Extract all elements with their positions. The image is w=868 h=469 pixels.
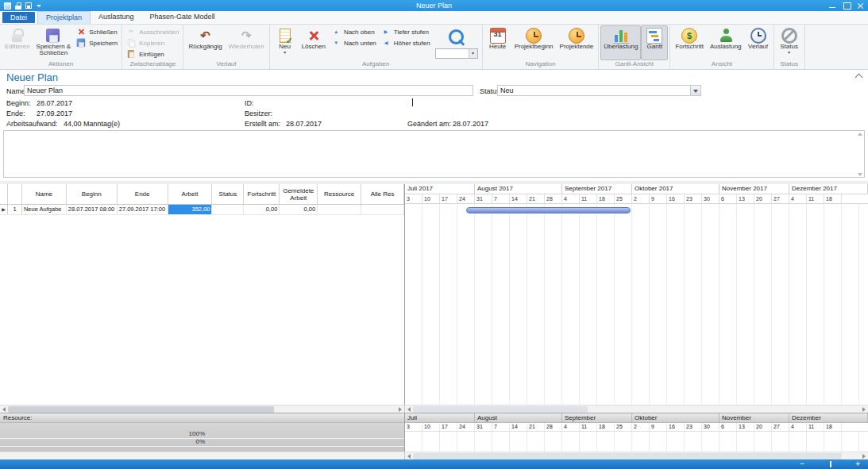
column-header-ressource[interactable]: Ressource bbox=[318, 184, 361, 204]
minimize-button[interactable] bbox=[825, 0, 839, 11]
gantt-week-label: 20 bbox=[754, 194, 772, 203]
save-icon[interactable] bbox=[25, 2, 32, 9]
gantt-month-dezember-2017: Dezember 2017 bbox=[789, 184, 868, 194]
resource-week-label: 9 bbox=[650, 423, 667, 431]
scrollbar-thumb[interactable] bbox=[413, 453, 842, 459]
gantt-week-label: 13 bbox=[737, 194, 754, 203]
scrollbar-thumb[interactable] bbox=[8, 406, 274, 413]
gantt-month-september-2017: September 2017 bbox=[562, 184, 632, 194]
cell-beginn[interactable]: 28.07.2017 08:00 bbox=[67, 205, 118, 214]
ribbon-button-tiefer-stufen[interactable]: ▶Tiefer stufen bbox=[379, 26, 433, 37]
resource-week-label: 20 bbox=[754, 423, 772, 431]
search-button[interactable] bbox=[446, 25, 467, 48]
ribbon-button-nach-oben[interactable]: ▲Nach oben bbox=[329, 26, 379, 37]
cell-fortschritt[interactable]: 0,00 bbox=[244, 205, 280, 214]
column-header-row-indicator[interactable] bbox=[0, 184, 8, 204]
task-filter-combo[interactable]: ▾ bbox=[435, 48, 478, 59]
scroll-down-icon[interactable] bbox=[858, 171, 863, 177]
close-button[interactable] bbox=[854, 0, 868, 11]
dropdown-arrow-icon: ▾ bbox=[284, 50, 286, 55]
column-header-status[interactable]: Status bbox=[212, 184, 244, 204]
cell-status[interactable] bbox=[212, 205, 244, 214]
collapse-panel-icon[interactable] bbox=[854, 71, 864, 81]
column-header-gemeldete-arbeit[interactable]: Gemeldete Arbeit bbox=[280, 184, 318, 204]
ribbon-button-kopieren: Kopieren bbox=[124, 37, 181, 48]
quick-access-arrow-icon[interactable] bbox=[36, 2, 42, 9]
cell-name[interactable]: Neue Aufgabe bbox=[22, 205, 67, 214]
ribbon-button-uberlastung[interactable]: Überlastung bbox=[600, 25, 641, 60]
column-header-arbeit[interactable]: Arbeit bbox=[168, 184, 213, 204]
status-select[interactable]: Neu bbox=[497, 85, 701, 96]
gantt-horizontal-scrollbar[interactable] bbox=[405, 405, 868, 413]
ribbon-button-speichern-schliessen[interactable]: Speichern &Schließen bbox=[33, 25, 75, 60]
ribbon-button-projektbeginn[interactable]: Projektbeginn bbox=[511, 25, 557, 60]
maximize-button[interactable] bbox=[839, 0, 854, 11]
cell-num[interactable]: 1 bbox=[8, 205, 22, 214]
zoom-in-button[interactable]: + bbox=[855, 460, 860, 468]
column-header-name[interactable]: Name bbox=[22, 184, 67, 204]
ribbon-button-fortschritt[interactable]: $Fortschritt bbox=[672, 25, 707, 60]
ribbon-button-status[interactable]: Status▾ bbox=[776, 25, 803, 60]
save-small-icon bbox=[76, 38, 86, 48]
ribbon-button-loschen[interactable]: Löschen bbox=[299, 25, 329, 60]
plan-detail-panel: Neuer Plan Name Neuer Plan Status Neu Be… bbox=[0, 70, 868, 181]
table-horizontal-scrollbar[interactable] bbox=[0, 405, 405, 413]
tab-phasen-gate-modell[interactable]: Phasen-Gate Modell bbox=[142, 11, 223, 24]
scrollbar-thumb[interactable] bbox=[413, 406, 588, 413]
table-row[interactable]: ▶1Neue Aufgabe28.07.2017 08:0027.09.2017… bbox=[0, 205, 404, 215]
cell-arbeit[interactable]: 352,00 bbox=[168, 205, 213, 214]
resource-week-label: 28 bbox=[545, 423, 562, 431]
gantt-bar-neue-aufgabe[interactable] bbox=[466, 207, 631, 213]
gantt-week-label: 2 bbox=[632, 194, 650, 203]
tab-datei[interactable]: Datei bbox=[2, 12, 35, 23]
gantt-week-label: 27 bbox=[772, 194, 789, 203]
gantt-week-label: 28 bbox=[545, 194, 562, 203]
ribbon-button-gantt[interactable]: Gantt bbox=[641, 25, 668, 60]
gantt-week-label: 14 bbox=[510, 194, 527, 203]
besitzer-label: Besitzer: bbox=[245, 110, 272, 117]
clock-start-icon bbox=[526, 28, 542, 44]
resource-scroll-spacer bbox=[0, 452, 405, 459]
ribbon-button-einfugen[interactable]: Einfügen bbox=[124, 48, 181, 60]
history-clock-icon bbox=[750, 28, 766, 44]
zoom-slider-handle[interactable] bbox=[830, 461, 831, 467]
lock-icon[interactable] bbox=[15, 2, 21, 10]
resource-month-juli: Juli bbox=[405, 413, 475, 422]
ribbon-button-verlauf[interactable]: Verlauf bbox=[745, 25, 772, 60]
ribbon-button-speichern[interactable]: Speichern bbox=[74, 37, 120, 48]
ribbon-button-neu[interactable]: Neu▾ bbox=[272, 25, 299, 60]
ribbon-button-nach-unten[interactable]: ▼Nach unten bbox=[329, 37, 379, 48]
status-icon bbox=[781, 28, 797, 44]
resource-horizontal-scrollbar[interactable] bbox=[405, 452, 868, 459]
ribbon-button-schliessen[interactable]: Schließen bbox=[74, 26, 120, 37]
cell-indicator[interactable]: ▶ bbox=[0, 205, 8, 214]
tab-auslastung[interactable]: Auslastung bbox=[91, 11, 142, 24]
status-select-arrow-icon[interactable] bbox=[690, 86, 700, 95]
resource-month-oktober: Oktober bbox=[632, 413, 719, 422]
app-icon[interactable] bbox=[4, 2, 11, 10]
scroll-up-icon[interactable] bbox=[858, 131, 863, 136]
cell-ende[interactable]: 27.09.2017 17:00 bbox=[118, 205, 168, 214]
name-input[interactable]: Neuer Plan bbox=[24, 85, 473, 96]
column-header-row-number[interactable] bbox=[8, 184, 22, 204]
ribbon-button-hoher-stufen[interactable]: ◀Höher stufen bbox=[379, 37, 433, 48]
zoom-out-button[interactable]: − bbox=[800, 460, 804, 468]
ribbon-button-projektende[interactable]: Projektende bbox=[557, 25, 597, 60]
delete-icon bbox=[306, 28, 322, 44]
tab-projektplan[interactable]: Projektplan bbox=[37, 11, 91, 24]
geaendert-am-value: 28.07.2017 bbox=[453, 120, 488, 128]
cell-ressource[interactable] bbox=[318, 205, 361, 214]
ribbon-button-auslastung[interactable]: Auslastung bbox=[707, 25, 745, 60]
description-scrollbar[interactable] bbox=[857, 131, 864, 177]
resource-label: Resource: bbox=[0, 413, 404, 423]
column-header-fortschritt[interactable]: Fortschritt bbox=[244, 184, 280, 204]
column-header-alle-res[interactable]: Alle Res bbox=[361, 184, 404, 204]
cell-gemeldete-arbeit[interactable]: 0,00 bbox=[280, 205, 318, 214]
description-field[interactable] bbox=[3, 130, 865, 178]
ribbon-button-heute[interactable]: 31Heute bbox=[484, 25, 511, 60]
column-header-beginn[interactable]: Beginn bbox=[67, 184, 118, 204]
column-header-ende[interactable]: Ende bbox=[118, 184, 168, 204]
ribbon-button-ruckgangig[interactable]: ↶Rückgängig bbox=[185, 25, 225, 60]
resource-week-label: 11 bbox=[580, 423, 597, 431]
cell-alle-ressourcen[interactable] bbox=[361, 205, 404, 214]
